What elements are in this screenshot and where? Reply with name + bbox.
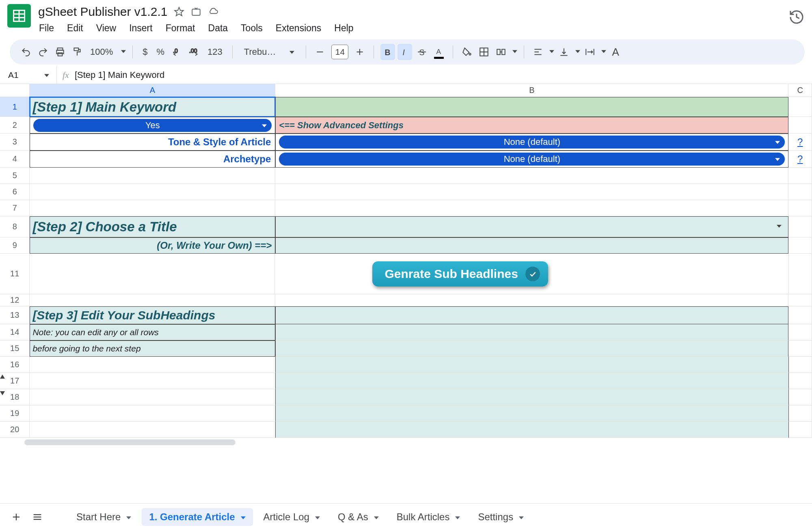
- history-icon[interactable]: [788, 9, 805, 27]
- all-sheets-button[interactable]: [28, 508, 46, 526]
- cell-B20[interactable]: [275, 422, 788, 438]
- zoom-select[interactable]: 100%: [87, 47, 126, 57]
- row-header-4[interactable]: 4: [0, 151, 30, 168]
- currency-button[interactable]: $: [139, 47, 151, 57]
- cell-C5[interactable]: [788, 168, 812, 184]
- collapsed-rows-up-icon[interactable]: [0, 375, 5, 379]
- cell-A7[interactable]: [30, 200, 275, 216]
- cell-A17[interactable]: [30, 373, 275, 389]
- redo-button[interactable]: [36, 44, 50, 60]
- row-header-3[interactable]: 3: [0, 134, 30, 151]
- cell-A13[interactable]: [Step 3] Edit Your SubHeadings: [30, 306, 275, 324]
- cell-A4[interactable]: Archetype: [30, 151, 275, 168]
- cell-B8-title-dropdown[interactable]: [275, 216, 788, 237]
- generate-subheadlines-button[interactable]: Genrate Sub Headlines: [372, 261, 548, 287]
- yes-dropdown[interactable]: Yes: [33, 119, 272, 132]
- cell-B16[interactable]: [275, 357, 788, 373]
- cell-B11[interactable]: Genrate Sub Headlines: [275, 254, 788, 294]
- cell-C15[interactable]: [788, 340, 812, 357]
- cell-C1[interactable]: [788, 97, 812, 117]
- menu-insert[interactable]: Insert: [128, 22, 153, 34]
- row-header-11[interactable]: 11: [0, 254, 30, 294]
- cell-A19[interactable]: [30, 405, 275, 422]
- cell-C9[interactable]: [788, 237, 812, 254]
- row-header-5[interactable]: 5: [0, 168, 30, 184]
- horizontal-scrollbar[interactable]: [24, 440, 235, 445]
- cell-B3[interactable]: None (default): [275, 134, 788, 151]
- cell-A16[interactable]: [30, 357, 275, 373]
- wrap-button[interactable]: [583, 44, 597, 60]
- row-header-1[interactable]: 1: [0, 97, 30, 117]
- cell-B13[interactable]: [275, 306, 788, 324]
- row-header-16[interactable]: 16: [0, 357, 30, 373]
- sheet-tab-q-and-as[interactable]: Q & As: [330, 508, 386, 526]
- cell-C14[interactable]: [788, 324, 812, 340]
- col-header-C[interactable]: C: [788, 84, 812, 97]
- star-icon[interactable]: [173, 6, 185, 17]
- row-header-20[interactable]: 20: [0, 422, 30, 438]
- add-sheet-button[interactable]: [7, 508, 25, 526]
- fontsize-input[interactable]: [331, 45, 348, 59]
- chevron-down-icon[interactable]: [601, 48, 606, 56]
- cell-B15[interactable]: [275, 340, 788, 357]
- collapsed-rows-down-icon[interactable]: [0, 391, 5, 395]
- row-header-6[interactable]: 6: [0, 184, 30, 200]
- cell-B18[interactable]: [275, 389, 788, 405]
- cell-B6[interactable]: [275, 184, 788, 200]
- row-header-2[interactable]: 2: [0, 117, 30, 134]
- cell-C2[interactable]: [788, 117, 812, 134]
- menu-format[interactable]: Format: [165, 22, 196, 34]
- menu-edit[interactable]: Edit: [66, 22, 84, 34]
- cell-B7[interactable]: [275, 200, 788, 216]
- cell-C16[interactable]: [789, 357, 812, 373]
- cell-C12[interactable]: [788, 294, 812, 306]
- cell-A11[interactable]: [30, 254, 275, 294]
- cell-B2[interactable]: <== Show Advanced Settings: [275, 117, 788, 134]
- cell-C6[interactable]: [788, 184, 812, 200]
- cell-C13[interactable]: [788, 306, 812, 324]
- doc-title[interactable]: gSheet Publisher v1.2.1: [38, 5, 168, 19]
- more-tools-button[interactable]: A: [609, 46, 622, 58]
- cell-A20[interactable]: [30, 422, 275, 438]
- increase-decimal-button[interactable]: .00: [187, 44, 202, 60]
- strikethrough-button[interactable]: S: [415, 44, 429, 60]
- fill-color-button[interactable]: [460, 44, 474, 60]
- chevron-down-icon[interactable]: [512, 48, 517, 56]
- undo-button[interactable]: [19, 44, 33, 60]
- select-all-corner[interactable]: [0, 84, 30, 97]
- sheets-logo[interactable]: [7, 4, 31, 28]
- cell-A6[interactable]: [30, 184, 275, 200]
- cell-A9[interactable]: (Or, Write Your Own) ==>: [30, 237, 275, 254]
- print-button[interactable]: [53, 44, 67, 60]
- cell-C20[interactable]: [789, 422, 812, 438]
- row-header-9[interactable]: 9: [0, 237, 30, 254]
- cell-A5[interactable]: [30, 168, 275, 184]
- move-icon[interactable]: [190, 6, 202, 17]
- tone-dropdown[interactable]: None (default): [279, 136, 785, 149]
- v-align-button[interactable]: [557, 44, 571, 60]
- cell-A15[interactable]: before going to the next step: [30, 340, 275, 357]
- menu-help[interactable]: Help: [333, 22, 354, 34]
- percent-button[interactable]: %: [153, 47, 168, 57]
- text-color-button[interactable]: A: [432, 44, 446, 60]
- sheet-tab-settings[interactable]: Settings: [471, 508, 531, 526]
- cell-C18[interactable]: [789, 389, 812, 405]
- row-header-7[interactable]: 7: [0, 200, 30, 216]
- sheet-tab-article-log[interactable]: Article Log: [256, 508, 327, 526]
- chevron-down-icon[interactable]: [549, 48, 554, 56]
- menu-view[interactable]: View: [95, 22, 117, 34]
- cell-C11[interactable]: [789, 254, 812, 294]
- paint-format-button[interactable]: [70, 44, 84, 60]
- h-align-button[interactable]: [531, 44, 545, 60]
- cell-B14[interactable]: [275, 324, 788, 340]
- cell-C17[interactable]: [789, 373, 812, 389]
- help-link-tone[interactable]: ?: [788, 134, 812, 151]
- cell-C7[interactable]: [788, 200, 812, 216]
- cell-B4[interactable]: None (default): [275, 151, 788, 168]
- cell-B12[interactable]: [275, 294, 788, 306]
- cell-B1[interactable]: [275, 97, 788, 117]
- sheet-tab-start-here[interactable]: Start Here: [69, 508, 138, 526]
- borders-button[interactable]: [477, 44, 491, 60]
- cloud-icon[interactable]: [207, 6, 219, 17]
- italic-button[interactable]: I: [397, 44, 412, 60]
